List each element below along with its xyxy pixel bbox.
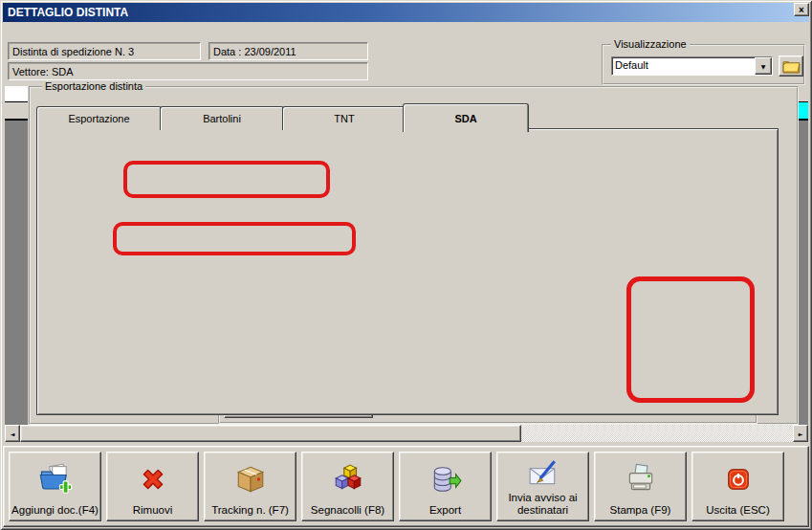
- vettore-field: Vettore: SDA: [8, 62, 368, 80]
- tab-esportazione[interactable]: Esportazione: [36, 106, 162, 130]
- tracking-button[interactable]: Tracking n. (F7): [204, 452, 296, 521]
- window-title: DETTAGLIO DISTINTA: [8, 6, 128, 19]
- open-view-button[interactable]: [779, 55, 803, 77]
- power-icon: [723, 455, 754, 504]
- sda-tab-page: [36, 128, 779, 415]
- stampa-button[interactable]: Stampa (F9): [594, 452, 687, 521]
- printer-icon: [624, 455, 658, 504]
- close-icon: ×: [799, 5, 804, 15]
- visualizzazione-value: Default: [612, 57, 755, 75]
- export-button[interactable]: Export: [399, 452, 492, 521]
- bottom-toolbar: Aggiungi doc.(F4) Rimuovi Tracking n: [3, 446, 809, 527]
- package-icon: [233, 455, 268, 504]
- cubes-icon: [331, 455, 365, 504]
- segnacolli-button[interactable]: Segnacolli (F8): [301, 452, 394, 521]
- distinta-number-field: Distinta di spedizione N. 3: [8, 42, 201, 60]
- chevron-down-icon[interactable]: ▼: [755, 57, 772, 75]
- scroll-right-icon[interactable]: ►: [793, 425, 808, 442]
- tab-sda[interactable]: SDA: [403, 103, 529, 132]
- horizontal-scrollbar-thumb[interactable]: [20, 425, 521, 442]
- tab-bartolini[interactable]: Bartolini: [160, 106, 284, 130]
- data-field: Data : 23/09/2011: [208, 42, 368, 60]
- title-bar[interactable]: DETTAGLIO DISTINTA: [3, 3, 809, 22]
- visualizzazione-label: Visualizzazione: [611, 38, 690, 50]
- background-grid-left-edge: [5, 86, 28, 425]
- scroll-left-icon[interactable]: ◄: [5, 425, 20, 442]
- tab-tnt[interactable]: TNT: [282, 106, 406, 130]
- rimuovi-button[interactable]: Rimuovi: [106, 452, 199, 521]
- envelope-pen-icon: [526, 455, 560, 492]
- uscita-button[interactable]: Uscita (ESC): [691, 452, 784, 521]
- esportazione-distinta-label: Esportazione distinta: [42, 80, 145, 92]
- visualizzazione-group: Visualizzazione Default ▼: [602, 44, 805, 85]
- visualizzazione-combobox[interactable]: Default ▼: [611, 56, 773, 76]
- folder-add-icon: [37, 455, 74, 504]
- dettaglio-distinta-dialog: DETTAGLIO DISTINTA × Distinta di spedizi…: [0, 0, 812, 530]
- aggiungi-doc-button[interactable]: Aggiungi doc.(F4): [9, 452, 101, 521]
- red-x-icon: [136, 455, 170, 504]
- invia-avviso-button[interactable]: Invia avviso ai destinatari: [496, 452, 589, 521]
- database-export-icon: [428, 455, 463, 504]
- close-button[interactable]: ×: [794, 3, 809, 16]
- folder-icon: [782, 59, 801, 74]
- horizontal-scrollbar[interactable]: ◄ ►: [5, 425, 808, 442]
